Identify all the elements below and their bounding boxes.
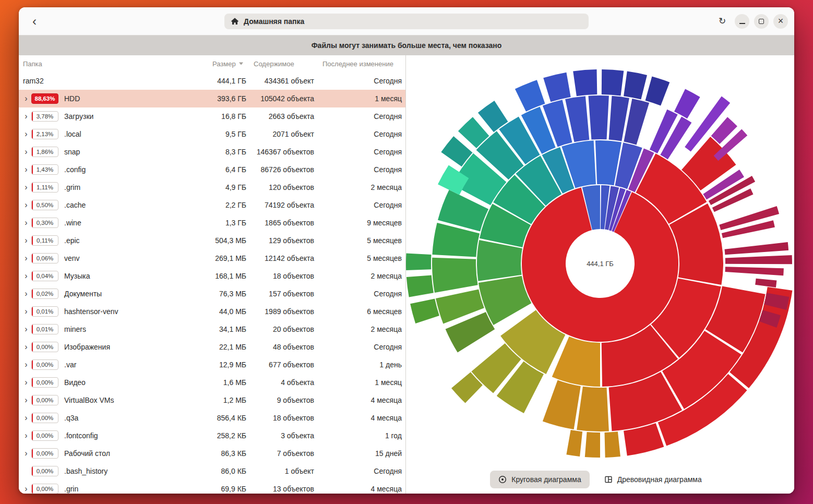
cell-contents: 157 объектов <box>246 290 314 298</box>
expander-chevron-icon[interactable]: › <box>21 112 31 121</box>
ring-segment[interactable] <box>406 275 434 297</box>
ring-segment[interactable] <box>515 80 545 112</box>
expander-chevron-icon[interactable]: › <box>21 200 31 210</box>
table-row[interactable]: ›0,01%miners34,1 МБ20 объектов2 месяца <box>19 320 405 338</box>
cell-size: 444,1 ГБ <box>189 77 246 85</box>
location-bar[interactable]: Домашняя папка <box>224 14 589 29</box>
percent-badge: 0,04% <box>31 271 58 281</box>
cell-modified: 1 месяц <box>314 94 402 103</box>
table-row[interactable]: ›2,13%.local9,5 ГБ2071 объектСегодня <box>19 125 405 143</box>
cell-size: 258,2 КБ <box>189 431 246 440</box>
table-row[interactable]: ›0,00%Изображения22,1 МБ48 объектовСегод… <box>19 338 405 356</box>
expander-chevron-icon[interactable]: › <box>21 449 31 458</box>
cell-size: 2,2 ГБ <box>189 201 246 209</box>
table-row[interactable]: ›1,11%.grim4,9 ГБ120 объектов2 месяца <box>19 178 405 196</box>
minimize-button[interactable] <box>735 14 749 29</box>
maximize-button[interactable] <box>754 14 769 29</box>
column-header-modified[interactable]: Последнее изменение <box>322 60 393 68</box>
ring-segment[interactable] <box>755 279 776 287</box>
ring-segment[interactable] <box>573 69 597 96</box>
column-header-contents[interactable]: Содержимое <box>254 60 294 68</box>
cell-contents: 13 объектов <box>246 485 314 493</box>
expander-chevron-icon[interactable]: › <box>21 431 31 440</box>
ring-segment[interactable] <box>725 242 789 255</box>
ring-segment[interactable] <box>725 267 784 275</box>
cell-modified: Сегодня <box>314 343 402 351</box>
table-row[interactable]: ›0,04%Музыка168,1 МБ18 объектов2 месяца <box>19 267 405 285</box>
expander-chevron-icon[interactable]: › <box>21 325 31 334</box>
expander-chevron-icon[interactable]: › <box>21 413 31 423</box>
table-row[interactable]: ›88,63%HDD393,6 ГБ105042 объекта1 месяц <box>19 90 405 107</box>
ring-segment[interactable] <box>605 431 620 458</box>
folder-name: hashtensor-venv <box>61 307 189 316</box>
refresh-button[interactable]: ↻ <box>714 14 730 29</box>
desktop-background: ‹ Домашняя папка ↻ × Файлы могут занимат… <box>0 0 813 504</box>
folder-name: miners <box>61 325 189 333</box>
rings-chart-button[interactable]: Круговая диаграмма <box>490 471 589 488</box>
rings-chart-icon <box>498 475 507 484</box>
expander-chevron-icon[interactable]: › <box>21 395 31 405</box>
ring-segment[interactable] <box>589 95 609 140</box>
table-row[interactable]: ›0,30%.wine1,3 ГБ1865 объектов9 месяцев <box>19 214 405 232</box>
table-row[interactable]: ›0,02%Документы76,3 МБ157 объектовСегодн… <box>19 285 405 303</box>
cell-modified: 2 месяца <box>314 183 402 191</box>
column-header-size[interactable]: Размер <box>212 60 243 68</box>
expander-chevron-icon[interactable]: › <box>21 147 31 157</box>
ring-segment[interactable] <box>566 430 582 457</box>
table-row[interactable]: ›1,43%.config6,4 ГБ86726 объектовСегодня <box>19 161 405 178</box>
table-row[interactable]: ›0,00%.fontconfig258,2 КБ3 объекта1 год <box>19 427 405 445</box>
expander-chevron-icon[interactable]: › <box>21 271 31 281</box>
treemap-chart-button[interactable]: Древовидная диаграмма <box>596 471 710 488</box>
expander-chevron-icon[interactable]: › <box>21 129 31 139</box>
expander-chevron-icon[interactable]: › <box>21 289 31 298</box>
ring-segment[interactable] <box>674 89 700 119</box>
cell-contents: 18 объектов <box>246 272 314 280</box>
expander-chevron-icon[interactable]: › <box>21 342 31 352</box>
ring-segment[interactable] <box>522 188 678 342</box>
column-header-folder[interactable]: Папка <box>23 60 42 68</box>
close-button[interactable]: × <box>773 14 788 29</box>
table-row[interactable]: ›0,00%VirtualBox VMs1,2 МБ9 объектов4 ме… <box>19 391 405 409</box>
table-row[interactable]: ›0,50%.cache2,2 ГБ74192 объектаСегодня <box>19 196 405 214</box>
ring-segment[interactable] <box>432 258 478 293</box>
ring-segment[interactable] <box>543 73 571 102</box>
table-row[interactable]: ram32444,1 ГБ434361 объектСегодня <box>19 72 405 90</box>
back-button[interactable]: ‹ <box>26 13 43 30</box>
table-row[interactable]: ›0,01%hashtensor-venv44,0 МБ1989 объекто… <box>19 303 405 320</box>
table-row[interactable]: ›0,00%.q3a856,4 КБ18 объектов4 месяца <box>19 409 405 427</box>
folder-name: ram32 <box>21 77 189 85</box>
ring-segment[interactable] <box>406 254 431 271</box>
table-row[interactable]: ›0,06%venv269,1 МБ12142 объекта5 месяцев <box>19 249 405 267</box>
expander-chevron-icon[interactable]: › <box>21 484 31 494</box>
table-row[interactable]: ›0,11%.epic504,3 МБ129 объектов5 месяцев <box>19 232 405 249</box>
expander-chevron-icon[interactable]: › <box>21 236 31 245</box>
table-row[interactable]: ›0,00%Видео1,6 МБ4 объекта1 месяц <box>19 374 405 391</box>
ring-segment[interactable] <box>577 387 609 431</box>
table-row[interactable]: ›0,00%.var12,9 МБ677 объектов1 день <box>19 356 405 374</box>
ring-segment[interactable] <box>725 255 792 264</box>
ring-segment[interactable] <box>410 298 439 323</box>
table-row[interactable]: ›0,00%Рабочий стол86,3 КБ7 объектов15 дн… <box>19 445 405 462</box>
table-row[interactable]: ›1,86%snap8,3 ГБ146367 объектовСегодня <box>19 143 405 161</box>
expander-chevron-icon[interactable]: › <box>21 307 31 316</box>
rings-chart[interactable] <box>406 55 794 494</box>
ring-segment[interactable] <box>602 69 624 95</box>
ring-segment[interactable] <box>543 380 581 429</box>
expander-chevron-icon[interactable]: › <box>21 165 31 174</box>
expander-chevron-icon[interactable]: › <box>21 254 31 263</box>
table-row[interactable]: ›3,78%Загрузки16,8 ГБ2663 объектаСегодня <box>19 107 405 125</box>
folder-name: .cache <box>61 201 189 209</box>
expander-chevron-icon[interactable]: › <box>21 183 31 192</box>
expander-chevron-icon[interactable]: › <box>21 218 31 227</box>
expander-chevron-icon[interactable]: › <box>21 378 31 387</box>
cell-modified: 1 год <box>314 431 402 440</box>
folder-name: Загрузки <box>61 112 189 121</box>
ring-segment[interactable] <box>645 77 670 106</box>
ring-segment[interactable] <box>585 432 600 458</box>
expander-chevron-icon[interactable]: › <box>21 94 31 103</box>
expander-chevron-icon[interactable]: › <box>21 360 31 369</box>
table-row[interactable]: ›0,00%.grin69,9 КБ13 объектов4 месяца <box>19 480 405 494</box>
ring-segment[interactable] <box>477 240 522 281</box>
ring-segment[interactable] <box>624 71 647 100</box>
table-row[interactable]: 0,00%.bash_history86,0 КБ1 объектСегодня <box>19 462 405 480</box>
